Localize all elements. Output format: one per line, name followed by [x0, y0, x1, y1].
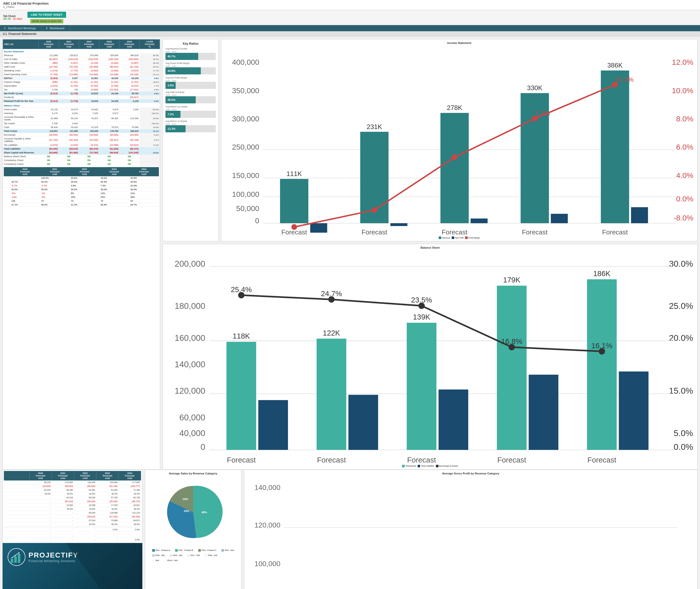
- legend-label: Profit Margin: [468, 237, 480, 239]
- cell: (2,936): [99, 69, 120, 73]
- cell: (3,023): [120, 69, 140, 73]
- right-panel: Key Ratios Avg Revenue Growth 2020 - 202…: [163, 39, 697, 469]
- svg-text:0.0%: 0.0%: [674, 442, 693, 452]
- legend-total-assets: Total Assets: [402, 465, 416, 467]
- legend-revenue: Revenue: [439, 236, 450, 239]
- svg-text:23.5%: 23.5%: [411, 296, 432, 304]
- key-ratios-panel: Key Ratios Avg Revenue Growth 2020 - 202…: [163, 39, 219, 241]
- cell: (4,609): [79, 88, 99, 92]
- legend-label: RS3 - Product C: [201, 549, 216, 551]
- cell: (30,000): [39, 133, 59, 137]
- table-row: Fixed Operating Costs (7,758) (13,965) (…: [3, 73, 160, 76]
- cell: 7,329: [79, 112, 99, 115]
- gp-chart-svg: 140,000 120,000 100,000 80,000 60,000 40…: [246, 476, 695, 589]
- cell: (2,228): [79, 61, 99, 65]
- pm-dot-2021: [372, 207, 377, 213]
- metrics-col-2020: 2020ForecastAUD: [10, 167, 40, 176]
- cell: -: [79, 122, 99, 126]
- nav-tab-2[interactable]: 2 Dashboard: [42, 25, 71, 31]
- pie-legend-row1: RS1 - Product A RS2 - Product B RS3 - Pr…: [152, 549, 234, 552]
- cell: 18.9%: [140, 80, 160, 84]
- svg-text:12.0%: 12.0%: [672, 58, 693, 66]
- list-item: [4, 531, 141, 534]
- ratio-bar-bg: 40.7%: [165, 53, 216, 60]
- row-label: Accounts Payable & Other Liabilities: [3, 137, 39, 143]
- row-label: Consistency Check: [3, 162, 39, 166]
- cell: 41,978: [79, 126, 99, 129]
- ratio-label: Avg Revenue Growth: [165, 47, 216, 50]
- col-2021: 2021ForecastAUD: [51, 471, 74, 480]
- svg-text:278K: 278K: [447, 104, 462, 112]
- svg-text:250,000: 250,000: [232, 143, 259, 151]
- cell: OK: [120, 159, 140, 162]
- svg-text:160,000: 160,000: [175, 333, 205, 343]
- legend-color: [222, 549, 224, 552]
- legend-color: [205, 554, 207, 557]
- cell: 10,815: [79, 92, 99, 95]
- cell: 20.1%: [140, 73, 160, 76]
- legend-label: Revenue: [442, 237, 450, 239]
- col-header-2021: 2021ForecastAUD: [59, 40, 79, 49]
- ratio-period: 2020 - 2024: [165, 109, 216, 111]
- cell: [140, 162, 160, 166]
- svg-text:50,000: 50,000: [236, 204, 259, 213]
- ratio-gross-profit: Avg Gross Profit Margin 2020 - 2024 44.8…: [165, 62, 216, 74]
- assets-bar-2024: [587, 279, 616, 450]
- section-number: 2.1: [3, 32, 7, 35]
- cell: (1,761): [99, 80, 120, 84]
- ratio-bar-fill: 39.5%: [165, 96, 196, 104]
- cell: 75,080: [120, 126, 140, 129]
- list-item: 47.1%48.4%41.2%30.9%29.7%: [4, 203, 159, 207]
- cell: 35.2%: [140, 57, 160, 61]
- list-item: ----0.0%: [4, 538, 141, 542]
- svg-text:330K: 330K: [527, 84, 543, 92]
- cell: (30,000): [99, 133, 120, 137]
- projectify-icon: [8, 548, 25, 566]
- legend-rs8: RS8 - N/A: [205, 554, 217, 557]
- pie-chart-panel: Average Sales by Revenue Category: [145, 469, 242, 589]
- svg-rect-76: [14, 556, 17, 563]
- cell: 12.2%: [140, 151, 160, 155]
- triangle-decoration: [66, 543, 142, 589]
- list-item: -(30,319)(30,018)(30,440)(48,715): [4, 499, 141, 503]
- svg-text:7.3%: 7.3%: [535, 110, 550, 117]
- metrics-col-2024: 2024ForecastAUD: [129, 167, 159, 176]
- ratio-bar-bg: 44.8%: [165, 67, 216, 74]
- cell: (30,749): [120, 137, 140, 143]
- col-header-2020: 2020ForecastAUD: [39, 40, 59, 49]
- cell: (78,750): [59, 65, 79, 69]
- table-row: Cash 36,426 30,432 41,978 70,970 75,080 …: [3, 126, 160, 129]
- legend-color: [175, 549, 178, 552]
- legend-color: [152, 559, 155, 562]
- cell: 230,813: [59, 54, 79, 57]
- cell: (880): [39, 80, 59, 84]
- nav-tab-1-number: 1: [4, 27, 6, 30]
- ratio-label: Avg Net Profit Margin: [165, 76, 216, 79]
- legend-rs10: RS10 - N/A: [164, 559, 177, 562]
- liab-bar-2020: [258, 400, 288, 450]
- ratio-bar-bg: 39.5%: [165, 96, 216, 104]
- ratio-period: 2020 - 2024: [165, 79, 216, 82]
- link-front-sheet-button[interactable]: LINK TO FRONT SHEET: [27, 12, 66, 18]
- projectify-section: PROJECTIFY Financial Modelling Solutions…: [3, 543, 142, 589]
- cell: (10,353): [99, 88, 120, 92]
- svg-text:120,000: 120,000: [254, 521, 280, 529]
- table-row: Revenue 111,568 230,813 278,468 329,940 …: [3, 54, 160, 57]
- cell: (30,000): [59, 133, 79, 137]
- svg-text:Forecast: Forecast: [522, 228, 548, 234]
- col-2024: 2024ForecastAUD: [119, 471, 141, 480]
- app-subtitle: o_Charts: [3, 5, 697, 8]
- legend-color: [436, 465, 438, 467]
- cell: 2,706: [39, 122, 59, 126]
- cell: 36.4%: [140, 54, 160, 57]
- legend-label: Borrowings to Assets: [439, 465, 458, 467]
- nav-tab-1[interactable]: 1 Dashboard Workings: [0, 25, 42, 31]
- legend-net-profit: Net Profit: [452, 236, 463, 239]
- revenue-bar-2020: [280, 179, 308, 223]
- cell: 36,426: [39, 126, 59, 129]
- cell: 12.1%: [140, 129, 160, 133]
- row-label: Net Profit / (Loss): [3, 92, 39, 95]
- svg-text:16.8%: 16.8%: [501, 338, 522, 346]
- netprofit-bar-2024: [631, 207, 648, 223]
- table-row: Consistency Check OK OK OK OK OK: [3, 162, 160, 166]
